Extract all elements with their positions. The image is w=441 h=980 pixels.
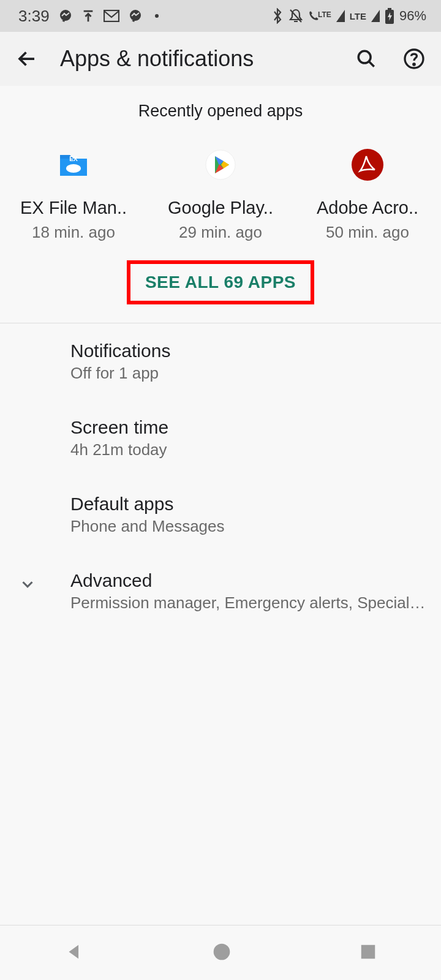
setting-subtitle: Permission manager, Emergency alerts, Sp… [70, 594, 426, 612]
signal-icon-1 [336, 10, 345, 22]
nav-back-button[interactable] [64, 941, 85, 965]
help-button[interactable] [399, 44, 429, 74]
svg-point-13 [413, 64, 415, 65]
page-title: Apps & notifications [60, 46, 333, 72]
dnd-icon [288, 8, 303, 24]
google-play-icon [205, 149, 236, 181]
setting-subtitle: Off for 1 app [70, 364, 426, 383]
setting-subtitle: 4h 21m today [70, 440, 426, 459]
nav-home-button[interactable] [212, 942, 232, 964]
bluetooth-icon [271, 8, 284, 24]
svg-rect-25 [361, 944, 375, 959]
nav-recent-button[interactable] [359, 943, 377, 963]
see-all-apps-button[interactable]: SEE ALL 69 APPS [127, 260, 314, 304]
setting-screen-time[interactable]: Screen time 4h 21m today [0, 400, 441, 477]
svg-text:EX: EX [69, 156, 78, 162]
battery-icon [385, 8, 394, 24]
app-time: 50 min. ago [326, 223, 409, 242]
battery-pct: 96% [399, 8, 426, 24]
app-time: 29 min. ago [179, 223, 262, 242]
messenger-icon [58, 9, 73, 23]
setting-subtitle: Phone and Messages [70, 517, 426, 536]
app-bar: Apps & notifications [0, 32, 441, 86]
setting-title: Advanced [70, 570, 426, 591]
svg-point-24 [214, 943, 230, 960]
setting-title: Screen time [70, 417, 426, 438]
status-time: 3:39 [18, 7, 50, 26]
svg-point-15 [66, 164, 81, 173]
app-name: Google Play.. [168, 198, 273, 218]
svg-rect-7 [388, 8, 391, 10]
call-lte-icon: LTE [308, 10, 331, 21]
svg-point-10 [358, 51, 371, 63]
setting-advanced[interactable]: Advanced Permission manager, Emergency a… [0, 553, 441, 630]
setting-default-apps[interactable]: Default apps Phone and Messages [0, 477, 441, 553]
recent-apps-header: Recently opened apps [0, 86, 441, 127]
setting-notifications[interactable]: Notifications Off for 1 app [0, 323, 441, 400]
app-name: EX File Man.. [20, 198, 127, 218]
setting-title: Notifications [70, 341, 426, 361]
svg-point-22 [352, 149, 383, 181]
back-button[interactable] [12, 44, 42, 74]
chevron-down-icon [18, 575, 37, 596]
setting-title: Default apps [70, 494, 426, 514]
system-nav-bar [0, 925, 441, 980]
recent-app-google-play[interactable]: Google Play.. 29 min. ago [153, 149, 288, 242]
signal-icon-2 [371, 10, 380, 22]
more-dot [155, 14, 159, 18]
svg-marker-23 [69, 944, 79, 959]
adobe-acrobat-icon [352, 149, 383, 181]
recent-app-adobe-acrobat[interactable]: Adobe Acro.. 50 min. ago [300, 149, 435, 242]
messenger-icon-2 [128, 9, 143, 23]
svg-line-11 [369, 61, 374, 67]
search-button[interactable] [352, 44, 381, 74]
status-bar: 3:39 LTE LTE 96% [0, 0, 441, 32]
recent-apps-row: EX EX File Man.. 18 min. ago Google Play… [0, 127, 441, 260]
upload-icon [81, 9, 95, 23]
app-name: Adobe Acro.. [317, 198, 418, 218]
svg-rect-2 [83, 10, 92, 12]
recent-app-ex-file-manager[interactable]: EX EX File Man.. 18 min. ago [6, 149, 141, 242]
app-time: 18 min. ago [32, 223, 115, 242]
lte-label: LTE [350, 11, 366, 21]
gmail-icon [104, 10, 119, 22]
ex-file-manager-icon: EX [58, 149, 89, 181]
